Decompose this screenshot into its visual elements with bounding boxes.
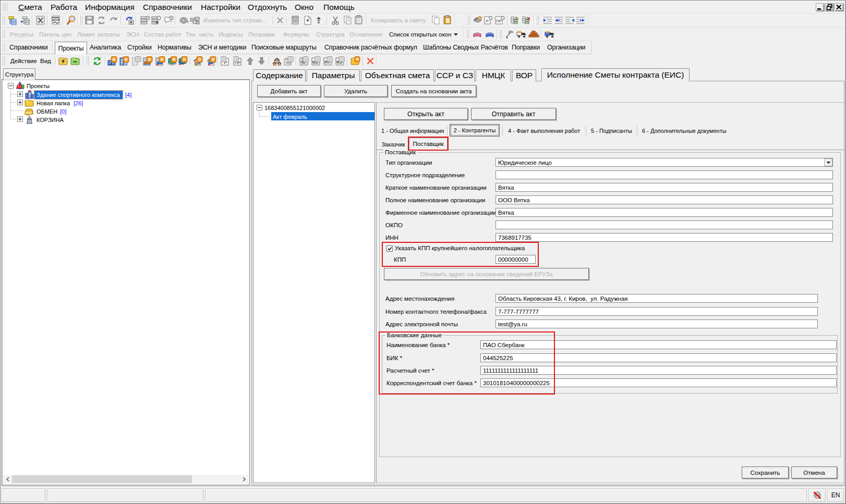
svg-text:PDF: PDF: [52, 17, 59, 21]
svg-text:ПР: ПР: [496, 19, 501, 23]
svg-text:P: P: [486, 19, 489, 23]
